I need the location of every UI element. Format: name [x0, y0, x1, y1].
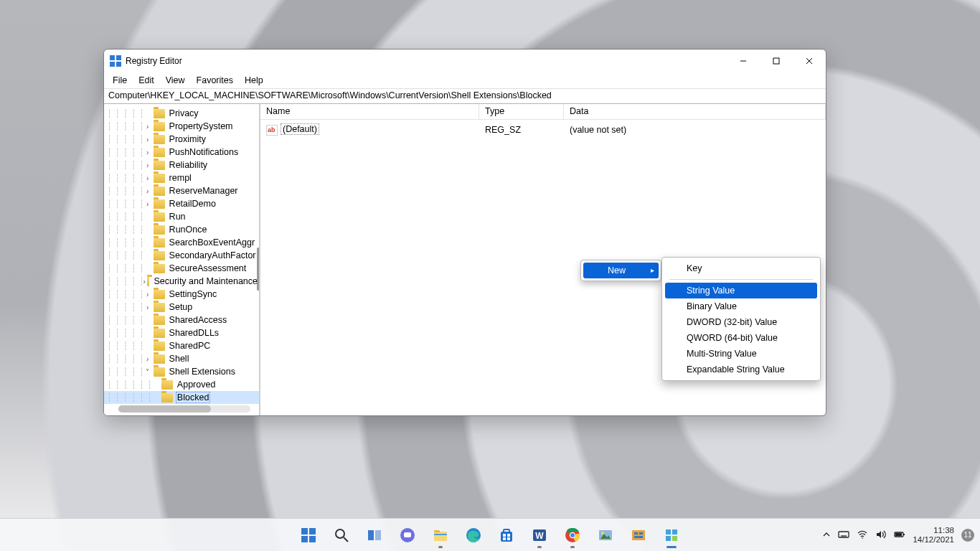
- scrollbar-horizontal[interactable]: [118, 405, 250, 413]
- tree-item[interactable]: ┆ ┆ ┆ ┆ ┆ Privacy: [104, 107, 259, 120]
- minimize-button[interactable]: [727, 50, 760, 72]
- edge-button[interactable]: [459, 521, 488, 550]
- chevron-right-icon[interactable]: ›: [143, 355, 152, 363]
- store-button[interactable]: [492, 521, 521, 550]
- tree-item[interactable]: ┆ ┆ ┆ ┆ ┆ ›PushNotifications: [104, 146, 259, 159]
- tree-item[interactable]: ┆ ┆ ┆ ┆ ┆ Run: [104, 210, 259, 223]
- folder-icon: [154, 367, 165, 377]
- context-subitem[interactable]: Multi-String Value: [665, 346, 817, 362]
- photos-button[interactable]: [591, 521, 620, 550]
- chevron-right-icon[interactable]: ›: [143, 187, 152, 195]
- menu-edit[interactable]: Edit: [133, 74, 160, 87]
- context-item-new[interactable]: New ▸: [583, 263, 659, 278]
- regedit-taskbar-button[interactable]: [657, 521, 686, 550]
- svg-rect-39: [672, 536, 677, 541]
- chevron-right-icon[interactable]: ›: [143, 174, 152, 182]
- menu-help[interactable]: Help: [239, 74, 269, 87]
- svg-rect-34: [639, 532, 643, 534]
- svg-rect-13: [404, 532, 411, 537]
- tree-item-label: SharedPC: [168, 341, 212, 351]
- notification-badge[interactable]: 11: [961, 529, 974, 542]
- maximize-button[interactable]: [760, 50, 793, 72]
- tray-overflow-icon[interactable]: [822, 530, 831, 540]
- keyboard-icon[interactable]: [838, 529, 849, 542]
- chevron-right-icon[interactable]: ›: [143, 278, 146, 286]
- value-row[interactable]: (Default)REG_SZ(value not set): [260, 123, 826, 137]
- close-button[interactable]: [793, 50, 826, 72]
- clock[interactable]: 11:38 14/12/2021: [913, 526, 954, 545]
- tree-item[interactable]: ┆ ┆ ┆ ┆ ┆ ›RetailDemo: [104, 197, 259, 210]
- tree-item[interactable]: ┆ ┆ ┆ ┆ ┆ ›Setup: [104, 301, 259, 314]
- tree-item[interactable]: ┆ ┆ ┆ ┆ ┆ SharedDLLs: [104, 326, 259, 339]
- titlebar[interactable]: Registry Editor: [104, 50, 826, 72]
- chevron-right-icon[interactable]: ›: [143, 161, 152, 169]
- battery-icon[interactable]: [894, 529, 905, 542]
- tree-item[interactable]: ┆ ┆ ┆ ┆ ┆ ›Shell: [104, 352, 259, 365]
- tree-item[interactable]: ┆ ┆ ┆ ┆ ┆ SharedAccess: [104, 314, 259, 326]
- chevron-down-icon[interactable]: ˅: [143, 368, 152, 376]
- controlpanel-button[interactable]: [624, 521, 653, 550]
- tree-item[interactable]: ┆ ┆ ┆ ┆ ┆ ›rempl: [104, 171, 259, 184]
- svg-rect-51: [895, 533, 902, 536]
- chrome-button[interactable]: [558, 521, 587, 550]
- tree-pane[interactable]: ┆ ┆ ┆ ┆ ┆ Privacy┆ ┆ ┆ ┆ ┆ ›PropertySyst…: [104, 104, 260, 415]
- svg-rect-50: [903, 534, 905, 535]
- word-button[interactable]: W: [525, 521, 554, 550]
- tree-item[interactable]: ┆ ┆ ┆ ┆ ┆ SecureAssessment: [104, 262, 259, 275]
- value-type: REG_SZ: [479, 125, 564, 135]
- tree-item-label: SettingSync: [168, 289, 219, 299]
- tree-item[interactable]: ┆ ┆ ┆ ┆ ┆ RunOnce: [104, 223, 259, 236]
- chevron-right-icon[interactable]: ›: [143, 200, 152, 208]
- tree-item[interactable]: ┆ ┆ ┆ ┆ ┆ SecondaryAuthFactor: [104, 249, 259, 262]
- svg-rect-21: [507, 534, 510, 537]
- context-subitem[interactable]: String Value: [665, 283, 817, 298]
- explorer-button[interactable]: [426, 521, 455, 550]
- tree-item[interactable]: ┆ ┆ ┆ ┆ ┆ ┆ Blocked: [104, 391, 259, 404]
- folder-icon: [154, 342, 165, 351]
- context-subitem[interactable]: QWORD (64-bit) Value: [665, 330, 817, 346]
- svg-rect-14: [434, 532, 447, 541]
- tree-item-label: PropertySystem: [168, 121, 235, 131]
- splitter-handle[interactable]: [257, 248, 260, 291]
- menu-file[interactable]: File: [107, 74, 133, 87]
- list-header: Name Type Data: [260, 104, 826, 120]
- menu-separator: [669, 279, 813, 280]
- tree-item[interactable]: ┆ ┆ ┆ ┆ ┆ ›PropertySystem: [104, 120, 259, 133]
- col-data[interactable]: Data: [564, 104, 826, 119]
- menu-view[interactable]: View: [160, 74, 191, 87]
- tree-item[interactable]: ┆ ┆ ┆ ┆ ┆ SharedPC: [104, 339, 259, 352]
- menu-favorites[interactable]: Favorites: [191, 74, 239, 87]
- chevron-right-icon[interactable]: ›: [143, 123, 152, 131]
- folder-icon: [154, 161, 165, 170]
- search-button[interactable]: [327, 521, 356, 550]
- start-button[interactable]: [294, 521, 323, 550]
- context-subitem[interactable]: Key: [665, 260, 817, 276]
- tree-item[interactable]: ┆ ┆ ┆ ┆ ┆ ›Reliability: [104, 159, 259, 171]
- chevron-right-icon[interactable]: ›: [143, 303, 152, 311]
- tree-item[interactable]: ┆ ┆ ┆ ┆ ┆ ┆ Approved: [104, 378, 259, 391]
- context-subitem[interactable]: Binary Value: [665, 298, 817, 314]
- chevron-right-icon[interactable]: ›: [143, 291, 152, 298]
- wifi-icon[interactable]: [857, 529, 868, 542]
- tree-item[interactable]: ┆ ┆ ┆ ┆ ┆ ˅Shell Extensions: [104, 365, 259, 378]
- volume-icon[interactable]: [875, 529, 887, 542]
- tree-item[interactable]: ┆ ┆ ┆ ┆ ┆ ›ReserveManager: [104, 184, 259, 197]
- tree-item[interactable]: ┆ ┆ ┆ ┆ ┆ ›Security and Maintenance: [104, 275, 259, 288]
- chevron-right-icon[interactable]: ›: [143, 149, 152, 156]
- tree-item[interactable]: ┆ ┆ ┆ ┆ ┆ ›Proximity: [104, 133, 259, 146]
- context-subitem[interactable]: Expandable String Value: [665, 362, 817, 377]
- svg-rect-38: [666, 536, 671, 541]
- col-type[interactable]: Type: [479, 104, 564, 119]
- svg-marker-48: [877, 531, 881, 538]
- address-bar[interactable]: Computer\HKEY_LOCAL_MACHINE\SOFTWARE\Mic…: [104, 88, 826, 104]
- tree-item[interactable]: ┆ ┆ ┆ ┆ ┆ SearchBoxEventAggr: [104, 236, 259, 249]
- svg-rect-6: [301, 536, 308, 542]
- svg-rect-35: [634, 536, 643, 538]
- clock-time: 11:38: [913, 526, 954, 535]
- chat-button[interactable]: [393, 521, 422, 550]
- chevron-right-icon[interactable]: ›: [143, 136, 152, 143]
- taskview-button[interactable]: [360, 521, 389, 550]
- tree-item[interactable]: ┆ ┆ ┆ ┆ ┆ ›SettingSync: [104, 288, 259, 301]
- context-subitem[interactable]: DWORD (32-bit) Value: [665, 314, 817, 330]
- col-name[interactable]: Name: [260, 104, 479, 119]
